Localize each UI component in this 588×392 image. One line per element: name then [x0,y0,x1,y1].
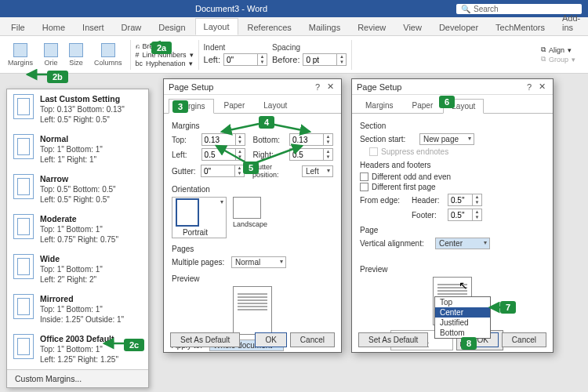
margin-preset-wide[interactable]: WideTop: 1" Bottom: 1"Left: 2" Right: 2" [7,249,148,289]
indent-label: Indent [204,43,267,52]
preview-pane [233,286,272,335]
spacing-before-input[interactable]: ▲▼ [303,53,347,66]
tab-addins[interactable]: Add-ins [554,10,588,35]
group-button[interactable]: ⧉Group▾ [541,55,575,64]
header-distance-input[interactable]: ▲▼ [448,194,482,206]
document-title: Document3 - Word [6,4,456,13]
tab-review[interactable]: Review [350,20,394,35]
margin-icon [13,174,34,199]
tab-techmentors[interactable]: TechMentors [488,20,553,35]
svg-line-6 [255,146,302,163]
diff-first-page-checkbox[interactable]: Different first page [360,183,545,191]
help-icon[interactable]: ? [311,82,324,92]
help-icon[interactable]: ? [523,82,535,92]
ok-button[interactable]: OK [255,332,286,347]
orientation-icon [44,43,58,57]
tab-view[interactable]: View [395,20,430,35]
svg-line-4 [270,124,310,132]
custom-margins-button[interactable]: Custom Margins... [7,369,148,387]
search-placeholder: Search [474,5,499,13]
tab-layout[interactable]: Layout [195,18,238,35]
columns-icon [101,43,115,57]
margin-preset-mirrored[interactable]: MirroredTop: 1" Bottom: 1"Inside: 1.25" … [7,289,148,329]
dlg-tab-margins[interactable]: Margins [357,98,402,113]
multiple-pages-select[interactable]: Normal [231,256,286,268]
callout-7: 7 [500,301,516,314]
callout-2c: 2c [124,339,144,351]
tab-insert[interactable]: Insert [74,20,112,35]
tab-developer[interactable]: Developer [431,20,486,35]
dlg-tab-paper[interactable]: Paper [404,98,442,113]
callout-8: 8 [461,337,477,350]
vertical-alignment-menu: Top Center Justified Bottom [434,296,491,339]
align-button[interactable]: ⧉Align▾ [541,45,575,54]
columns-button[interactable]: Columns [91,42,125,68]
tab-references[interactable]: References [240,20,299,35]
margin-preset-last-custom[interactable]: Last Custom SettingTop: 0.13" Bottom: 0.… [7,89,148,129]
section-start-select[interactable]: New page [419,133,474,145]
set-default-button[interactable]: Set As Default [170,332,240,347]
va-option-justified[interactable]: Justified [435,318,490,328]
dialog-title: Page Setup [169,82,214,92]
callout-4: 4 [259,116,274,129]
close-icon[interactable]: ✕ [535,82,548,92]
cancel-button[interactable]: Cancel [502,332,546,347]
cancel-button[interactable]: Cancel [290,332,335,347]
orientation-button[interactable]: Orie [41,42,61,68]
margin-preset-moderate[interactable]: ModerateTop: 1" Bottom: 1"Left: 0.75" Ri… [7,209,148,249]
callout-3: 3 [172,100,188,113]
orientation-landscape[interactable]: Landscape [233,197,267,238]
margins-button[interactable]: Margins [5,42,36,68]
close-icon[interactable]: ✕ [324,82,336,92]
tab-home[interactable]: Home [34,20,73,35]
callout-2a: 2a [151,42,172,54]
indent-left-input[interactable]: ▲▼ [223,53,267,66]
tab-draw[interactable]: Draw [114,20,150,35]
ribbon: Margins Orie Size Columns ⎌Breaks▾ #Line… [0,36,588,74]
title-bar: Document3 - Word 🔍 Search [0,0,588,17]
diff-odd-even-checkbox[interactable]: Different odd and even [360,172,545,181]
margin-preset-narrow[interactable]: NarrowTop: 0.5" Bottom: 0.5"Left: 0.5" R… [7,169,148,209]
svg-line-5 [216,146,247,163]
ribbon-tabs: File Home Insert Draw Design Layout Refe… [0,17,588,36]
dlg-tab-paper[interactable]: Paper [216,98,254,113]
margin-icon [13,254,34,279]
hyphenation-button[interactable]: bcHyphenation▾ [136,60,194,67]
size-button[interactable]: Size [66,42,86,68]
margin-icon [13,94,34,119]
margin-preset-normal[interactable]: NormalTop: 1" Bottom: 1"Left: 1" Right: … [7,129,148,169]
margin-icon [13,294,34,319]
dialog-title: Page Setup [357,82,402,92]
orientation-portrait[interactable]: Portrait [172,197,227,238]
footer-distance-input[interactable]: ▲▼ [448,209,482,221]
callout-5: 5 [243,162,259,174]
margin-icon [13,334,34,359]
size-icon [69,43,83,57]
tab-file[interactable]: File [3,20,33,35]
search-icon: 🔍 [461,5,470,13]
spacing-label: Spacing [272,43,347,52]
callout-6: 6 [439,96,455,108]
svg-line-3 [222,124,259,132]
cursor-icon: ↖ [459,279,468,292]
tab-mailings[interactable]: Mailings [301,20,348,35]
dlg-tab-layout[interactable]: Layout [255,98,296,113]
set-default-button[interactable]: Set As Default [358,332,428,347]
va-option-top[interactable]: Top [435,297,490,307]
margin-icon [13,214,34,239]
vertical-alignment-select[interactable]: Center [435,238,490,249]
margin-icon [13,134,34,159]
margins-icon [13,43,27,57]
callout-2b: 2b [47,71,68,83]
tab-design[interactable]: Design [151,20,193,35]
va-option-center[interactable]: Center [435,307,490,318]
